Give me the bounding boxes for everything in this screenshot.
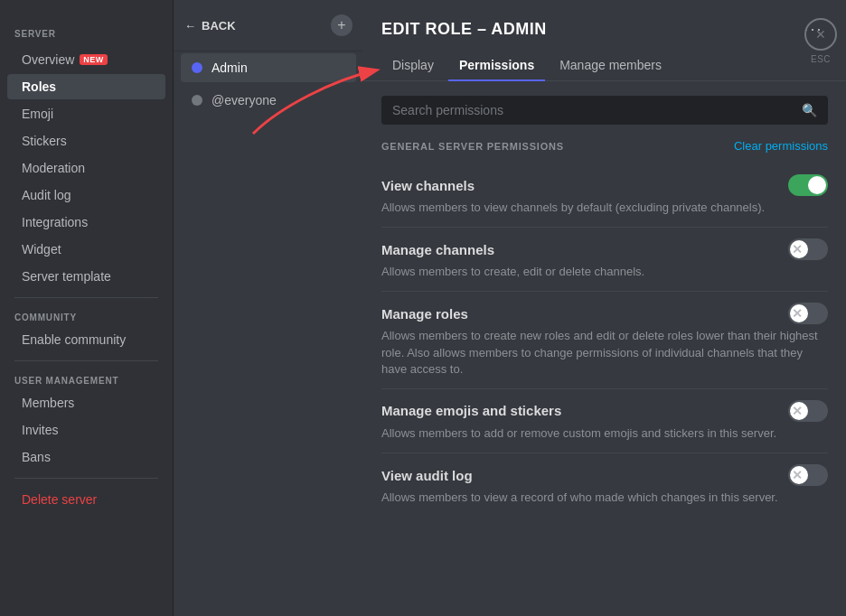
emoji-label: Emoji: [22, 107, 53, 121]
permission-row-manage-channels: Manage channels ✕: [381, 238, 828, 260]
close-icon: ✕: [815, 27, 826, 42]
toggle-x-icon-audit: ✕: [792, 468, 803, 482]
sidebar-item-integrations[interactable]: Integrations: [7, 210, 165, 235]
audit-log-label: Audit log: [22, 188, 70, 202]
permission-view-channels: View channels Allows members to view cha…: [381, 163, 828, 228]
divider-3: [14, 478, 158, 479]
sidebar-item-audit-log[interactable]: Audit log: [7, 182, 165, 208]
tab-display[interactable]: Display: [381, 51, 445, 81]
permission-desc-manage-channels: Allows members to create, edit or delete…: [381, 264, 828, 280]
middle-header: ← BACK +: [174, 0, 363, 51]
sidebar: SERVER Overview NEW Roles Emoji Stickers…: [0, 0, 174, 616]
right-content: 🔍 GENERAL SERVER PERMISSIONS Clear permi…: [363, 81, 846, 616]
toggle-x-icon-emojis: ✕: [792, 404, 803, 418]
section-title: GENERAL SERVER PERMISSIONS: [381, 141, 564, 152]
esc-circle: ✕: [804, 18, 837, 51]
esc-label: ESC: [811, 54, 831, 64]
server-template-label: Server template: [22, 269, 111, 284]
search-icon: 🔍: [802, 103, 817, 117]
permission-row-manage-emojis: Manage emojis and stickers ✕: [381, 400, 828, 422]
permission-name-manage-emojis: Manage emojis and stickers: [381, 403, 561, 418]
back-arrow-icon: ←: [184, 19, 196, 33]
sidebar-item-members[interactable]: Members: [7, 390, 165, 415]
back-label: BACK: [202, 19, 236, 33]
permission-name-manage-channels: Manage channels: [381, 242, 494, 257]
bans-label: Bans: [22, 450, 51, 464]
sidebar-item-delete-server[interactable]: Delete server: [7, 487, 165, 512]
add-role-button[interactable]: +: [331, 14, 352, 36]
tab-manage-members-label: Manage members: [559, 58, 662, 72]
server-section-label: SERVER: [0, 14, 173, 46]
clear-permissions-button[interactable]: Clear permissions: [734, 139, 828, 153]
sidebar-item-moderation[interactable]: Moderation: [7, 155, 165, 181]
toggle-knob-view-channels: [808, 176, 826, 194]
sidebar-item-bans[interactable]: Bans: [7, 444, 165, 470]
community-section-label: COMMUNITY: [0, 305, 173, 326]
enable-community-label: Enable community: [22, 332, 126, 347]
divider-1: [14, 297, 158, 298]
stickers-label: Stickers: [22, 134, 67, 148]
toggle-x-icon-roles: ✕: [792, 306, 803, 321]
page-title: EDIT ROLE – ADMIN: [381, 20, 547, 39]
widget-label: Widget: [22, 242, 61, 257]
sidebar-item-invites[interactable]: Invites: [7, 417, 165, 443]
roles-label: Roles: [22, 79, 56, 94]
overview-label: Overview: [22, 52, 74, 67]
esc-button[interactable]: ✕ ESC: [795, 18, 846, 64]
back-button[interactable]: ← BACK: [184, 19, 236, 33]
new-badge: NEW: [80, 54, 108, 65]
tab-permissions[interactable]: Permissions: [448, 51, 545, 81]
permission-manage-channels: Manage channels ✕ Allows members to crea…: [381, 228, 828, 292]
role-dot-everyone: [192, 95, 202, 106]
toggle-view-channels[interactable]: [788, 174, 828, 196]
user-management-section-label: USER MANAGEMENT: [0, 369, 173, 389]
divider-2: [14, 360, 158, 361]
toggle-manage-roles[interactable]: ✕: [788, 303, 828, 324]
permission-view-audit-log: View audit log ✕ Allows members to view …: [381, 453, 828, 517]
role-item-everyone[interactable]: @everyone: [181, 86, 356, 115]
role-label-admin: Admin: [212, 61, 248, 75]
plus-icon: +: [337, 17, 345, 33]
invites-label: Invites: [22, 423, 58, 437]
toggle-view-audit[interactable]: ✕: [788, 464, 828, 486]
members-label: Members: [22, 396, 74, 410]
permission-row-view-channels: View channels: [381, 174, 828, 196]
sidebar-item-emoji[interactable]: Emoji: [7, 101, 165, 126]
toggle-manage-channels[interactable]: ✕: [788, 238, 828, 260]
permission-desc-view-channels: Allows members to view channels by defau…: [381, 200, 828, 216]
moderation-label: Moderation: [22, 161, 85, 175]
sidebar-item-widget[interactable]: Widget: [7, 237, 165, 262]
tab-permissions-label: Permissions: [459, 58, 534, 72]
delete-server-label: Delete server: [22, 492, 97, 507]
permission-manage-roles: Manage roles ✕ Allows members to create …: [381, 292, 828, 389]
permission-name-view-audit: View audit log: [381, 468, 473, 483]
tab-manage-members[interactable]: Manage members: [549, 51, 672, 81]
toggle-x-icon: ✕: [792, 242, 803, 257]
role-label-everyone: @everyone: [212, 93, 277, 107]
toggle-manage-emojis[interactable]: ✕: [788, 400, 828, 422]
permission-desc-manage-emojis: Allows members to add or remove custom e…: [381, 425, 828, 442]
sidebar-item-overview[interactable]: Overview NEW: [7, 47, 165, 72]
sidebar-item-roles[interactable]: Roles: [7, 74, 165, 99]
permission-manage-emojis: Manage emojis and stickers ✕ Allows memb…: [381, 389, 828, 453]
right-header: EDIT ROLE – ADMIN ··· Display Permission…: [363, 0, 846, 81]
permission-name-view-channels: View channels: [381, 178, 475, 193]
role-dot-admin: [192, 62, 202, 73]
permission-desc-view-audit: Allows members to view a record of who m…: [381, 490, 828, 506]
title-row: EDIT ROLE – ADMIN ···: [381, 14, 828, 43]
tab-display-label: Display: [392, 58, 434, 72]
search-bar[interactable]: 🔍: [381, 96, 828, 125]
tabs: Display Permissions Manage members: [381, 51, 828, 80]
sidebar-item-stickers[interactable]: Stickers: [7, 128, 165, 154]
permission-desc-manage-roles: Allows members to create new roles and e…: [381, 328, 828, 378]
sidebar-item-enable-community[interactable]: Enable community: [7, 327, 165, 352]
section-header: GENERAL SERVER PERMISSIONS Clear permiss…: [381, 139, 828, 153]
permission-name-manage-roles: Manage roles: [381, 306, 468, 322]
permission-row-manage-roles: Manage roles ✕: [381, 303, 828, 324]
middle-panel: ← BACK + Admin @everyone: [174, 0, 363, 616]
sidebar-item-server-template[interactable]: Server template: [7, 264, 165, 289]
integrations-label: Integrations: [22, 215, 88, 229]
role-item-admin[interactable]: Admin: [181, 53, 356, 82]
search-input[interactable]: [392, 103, 794, 117]
right-panel: EDIT ROLE – ADMIN ··· Display Permission…: [363, 0, 846, 616]
